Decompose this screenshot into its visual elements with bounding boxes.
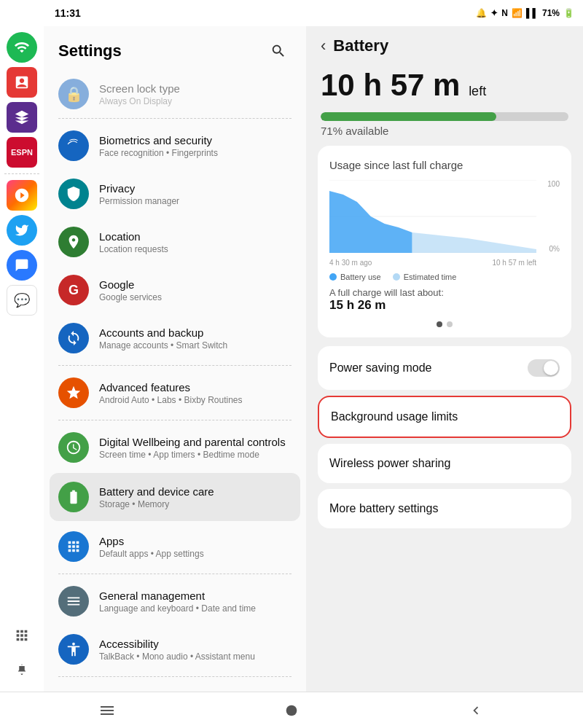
svg-marker-3 bbox=[329, 191, 412, 253]
pin-icon bbox=[7, 655, 37, 686]
advanced-icon bbox=[58, 377, 89, 408]
chat-app-icon[interactable] bbox=[7, 250, 37, 281]
wellbeing-icon bbox=[58, 432, 89, 463]
battery-chart: 100 0% bbox=[329, 180, 560, 253]
battery-panel: ‹ Battery 10 h 57 m left 71% available bbox=[306, 26, 583, 692]
more-settings-option[interactable]: More battery settings bbox=[318, 489, 571, 528]
dot-1 bbox=[437, 321, 442, 327]
twitter-app-icon[interactable] bbox=[7, 215, 37, 246]
power-saving-title: Power saving mode bbox=[329, 361, 432, 375]
time-remaining-section: 10 h 57 m left bbox=[318, 63, 571, 105]
nav-menu-button[interactable] bbox=[93, 696, 122, 725]
wireless-sharing-option[interactable]: Wireless power sharing bbox=[318, 444, 571, 483]
chart-label-bottom: 0% bbox=[549, 245, 560, 253]
battery-use-label: Battery use bbox=[340, 273, 381, 281]
card-dots-indicator bbox=[329, 321, 560, 327]
accounts-title: Accounts and backup bbox=[99, 326, 292, 340]
battery-care-subtitle: Storage • Memory bbox=[99, 499, 292, 509]
dot-2 bbox=[447, 321, 453, 327]
status-bar: 11:31 🔔 ✦ N 📶 ▌▌ 71% 🔋 bbox=[0, 0, 583, 26]
alarm-icon: 🔔 bbox=[476, 8, 487, 18]
signal-icon: ▌▌ bbox=[526, 8, 539, 18]
accessibility-title: Accessibility bbox=[99, 637, 292, 651]
app-dock: ESPN 💬 bbox=[0, 26, 44, 692]
nav-back-button[interactable] bbox=[461, 696, 490, 725]
general-icon bbox=[58, 586, 89, 617]
background-usage-option[interactable]: Background usage limits bbox=[318, 396, 571, 438]
settings-item-accessibility[interactable]: Accessibility TalkBack • Mono audio • As… bbox=[44, 625, 306, 673]
wifi-icon: 📶 bbox=[512, 8, 523, 18]
full-charge-label: A full charge will last about: bbox=[329, 287, 560, 298]
partial-subtitle: Always On Display bbox=[99, 96, 292, 106]
nfc-icon: N bbox=[501, 8, 508, 18]
google-subtitle: Google services bbox=[99, 292, 292, 302]
wellbeing-subtitle: Screen time • App timers • Bedtime mode bbox=[99, 450, 292, 460]
toggle-knob bbox=[544, 361, 558, 375]
privacy-title: Privacy bbox=[99, 181, 292, 196]
battery-bar-fill bbox=[321, 112, 496, 121]
settings-item-location[interactable]: Location Location requests bbox=[44, 218, 306, 266]
settings-item-google[interactable]: G Google Google services bbox=[44, 266, 306, 314]
estimated-time-dot bbox=[393, 273, 400, 281]
svg-marker-4 bbox=[412, 232, 536, 253]
time-remaining-display: 10 h 57 m left bbox=[321, 69, 568, 102]
power-saving-toggle[interactable] bbox=[528, 359, 560, 377]
apps-subtitle: Default apps • App settings bbox=[99, 549, 292, 559]
chart-legend: Battery use Estimated time bbox=[329, 273, 560, 281]
google-icon: G bbox=[58, 275, 89, 305]
slack-app-icon[interactable]: 💬 bbox=[7, 285, 37, 316]
biometrics-title: Biometrics and security bbox=[99, 133, 292, 148]
photos-app-icon[interactable] bbox=[7, 180, 37, 211]
partial-icon: 🔒 bbox=[58, 79, 89, 109]
battery-icon-status: 🔋 bbox=[563, 8, 574, 18]
advanced-subtitle: Android Auto • Labs • Bixby Routines bbox=[99, 395, 292, 405]
battery-percent-display: 71% available bbox=[321, 125, 568, 137]
battery-chart-svg bbox=[329, 180, 536, 253]
settings-item-accounts[interactable]: Accounts and backup Manage accounts • Sm… bbox=[44, 314, 306, 362]
advanced-title: Advanced features bbox=[99, 380, 292, 395]
battery-care-title: Battery and device care bbox=[99, 485, 292, 499]
chart-time-start: 4 h 30 m ago bbox=[329, 259, 372, 267]
back-button[interactable]: ‹ bbox=[321, 36, 326, 55]
nav-home-button[interactable] bbox=[277, 696, 306, 725]
battery-panel-title: Battery bbox=[333, 36, 388, 55]
partial-item: 🔒 Screen lock type Always On Display bbox=[44, 73, 306, 115]
power-saving-option[interactable]: Power saving mode bbox=[318, 346, 571, 390]
apps-grid-icon[interactable] bbox=[7, 620, 37, 651]
espn-app-icon[interactable]: ESPN bbox=[7, 137, 37, 168]
partial-title: Screen lock type bbox=[99, 82, 292, 96]
settings-item-general[interactable]: General management Language and keyboard… bbox=[44, 577, 306, 625]
settings-item-privacy[interactable]: Privacy Permission manager bbox=[44, 170, 306, 218]
background-usage-title: Background usage limits bbox=[331, 410, 458, 423]
settings-title: Settings bbox=[58, 42, 122, 60]
chart-label-top: 100 bbox=[547, 180, 560, 188]
battery-bar-section: 71% available bbox=[321, 112, 568, 137]
settings-item-apps[interactable]: Apps Default apps • App settings bbox=[44, 522, 306, 571]
general-subtitle: Language and keyboard • Date and time bbox=[99, 603, 292, 614]
settings-panel: Settings 🔒 Screen lock type Always On Di… bbox=[44, 26, 306, 692]
bluetooth-icon: ✦ bbox=[490, 8, 498, 18]
bottom-nav bbox=[0, 692, 583, 728]
accounts-icon bbox=[58, 323, 89, 353]
estimated-time-label: Estimated time bbox=[404, 273, 457, 281]
settings-item-wellbeing[interactable]: Digital Wellbeing and parental controls … bbox=[44, 423, 306, 471]
biometrics-subtitle: Face recognition • Fingerprints bbox=[99, 148, 292, 158]
accessibility-subtitle: TalkBack • Mono audio • Assistant menu bbox=[99, 651, 292, 662]
more-settings-title: More battery settings bbox=[329, 502, 438, 515]
notes-app-icon[interactable] bbox=[7, 102, 37, 133]
wellbeing-title: Digital Wellbeing and parental controls bbox=[99, 435, 292, 450]
settings-item-advanced[interactable]: Advanced features Android Auto • Labs • … bbox=[44, 369, 306, 417]
battery-header: ‹ Battery bbox=[306, 26, 583, 63]
accessibility-icon bbox=[58, 634, 89, 665]
full-charge-duration: 15 h 26 m bbox=[329, 298, 560, 313]
wifi-app-icon[interactable] bbox=[7, 32, 37, 63]
tasks-app-icon[interactable] bbox=[7, 67, 37, 98]
battery-bar-track bbox=[321, 112, 568, 121]
settings-search-button[interactable] bbox=[265, 38, 292, 64]
wireless-sharing-title: Wireless power sharing bbox=[329, 457, 450, 470]
usage-card-title: Usage since last full charge bbox=[329, 159, 560, 171]
settings-item-biometrics[interactable]: Biometrics and security Face recognition… bbox=[44, 122, 306, 170]
status-time: 11:31 bbox=[55, 7, 81, 19]
battery-care-icon bbox=[58, 482, 89, 512]
settings-item-battery[interactable]: Battery and device care Storage • Memory bbox=[50, 473, 300, 521]
